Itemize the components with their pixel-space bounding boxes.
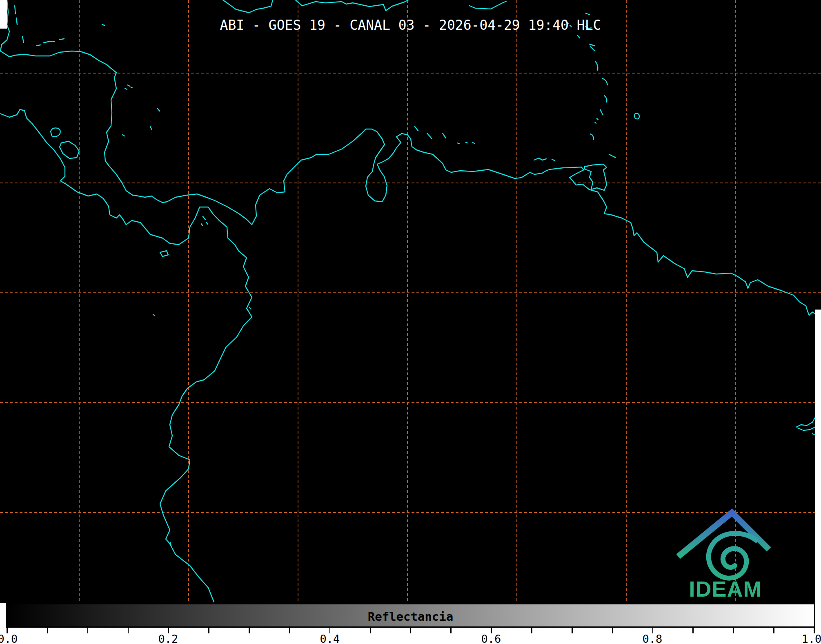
satellite-product-view: ABI - GOES 19 - CANAL 03 - 2026-04-29 19… xyxy=(0,0,821,644)
tick-label-1-0: 1.0 xyxy=(802,633,821,644)
logo-hurricane-spiral-icon xyxy=(709,533,756,578)
colorbar-frame: Reflectancia xyxy=(6,603,815,628)
product-title: ABI - GOES 19 - CANAL 03 - 2026-04-29 19… xyxy=(0,17,821,33)
tick-label-0-2: 0.2 xyxy=(158,633,178,644)
tick-label-0: 0.0 xyxy=(0,633,18,644)
tick-label-0-8: 0.8 xyxy=(643,633,663,644)
logo-text: IDEAM xyxy=(689,577,762,601)
tick-label-0-6: 0.6 xyxy=(481,633,501,644)
colorbar-label: Reflectancia xyxy=(6,610,815,624)
ideam-logo: IDEAM xyxy=(665,506,788,604)
colorbar-tick-labels: 0.0 0.2 0.4 0.6 0.8 1.0 xyxy=(0,633,821,644)
colorbar-band: Reflectancia 0.0 0.2 0.4 0.6 0.8 1.0 xyxy=(0,603,821,644)
scene-edge-right xyxy=(815,310,821,603)
tick-label-0-4: 0.4 xyxy=(320,633,340,644)
